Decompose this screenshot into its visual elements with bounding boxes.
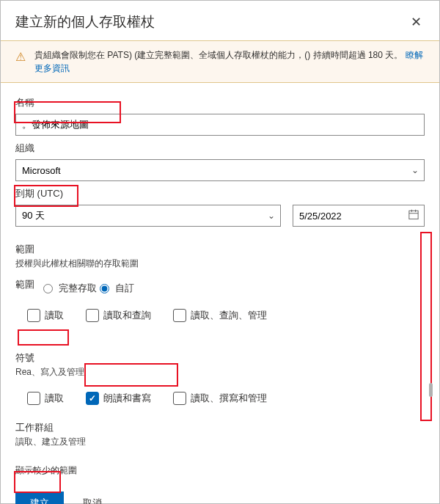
- warning-text: 貴組織會限制您在 PATS) (建立完整範圍、全域個人存取權杖的能力，() 持續…: [34, 48, 425, 75]
- symbols-group-title: 符號: [15, 351, 425, 365]
- checkbox-symbols-rwm[interactable]: [173, 392, 186, 405]
- checkbox-read-query[interactable]: [86, 309, 99, 322]
- dialog-title: 建立新的個人存取權杖: [15, 12, 155, 32]
- dialog-header: 建立新的個人存取權杖 ✕: [1, 1, 439, 40]
- create-pat-dialog: 建立新的個人存取權杖 ✕ ⚠ 貴組織會限制您在 PATS) (建立完整範圍、全域…: [0, 0, 440, 504]
- symbols-row: 讀取 朗讀和書寫 讀取、撰寫和管理: [27, 392, 425, 405]
- close-button[interactable]: ✕: [408, 11, 425, 33]
- warning-icon: ⚠: [15, 50, 26, 64]
- expiry-duration-select[interactable]: [15, 205, 281, 227]
- scope-radio-group: 範圍 完整存取 自訂: [15, 274, 425, 296]
- checkbox-read-query-label: 讀取和查詢: [103, 309, 151, 322]
- form-body: 名稱 組織 ⌄ 到期 (UTC) ⌄ 範圍 授權與此權杖相關聯的存取範圍 範圍: [1, 83, 439, 504]
- radio-custom-label: 自訂: [115, 282, 134, 295]
- checkbox-symbols-read-write[interactable]: [86, 392, 99, 405]
- close-icon: ✕: [411, 15, 422, 29]
- checkbox-read[interactable]: [27, 309, 40, 322]
- org-select-wrap: ⌄: [15, 159, 425, 181]
- checkbox-symbols-read-label: 讀取: [45, 392, 64, 405]
- scopes-label: 範圍: [15, 243, 425, 256]
- create-button[interactable]: 建立: [15, 492, 64, 505]
- name-input[interactable]: [15, 114, 425, 136]
- expiry-label: 到期 (UTC): [15, 187, 425, 200]
- org-select[interactable]: [15, 159, 425, 181]
- radio-full-access[interactable]: [43, 284, 53, 293]
- scrollbar-thumb[interactable]: [429, 383, 433, 397]
- checkbox-symbols-rwm-label: 讀取、撰寫和管理: [191, 392, 267, 405]
- cancel-button[interactable]: 取消: [74, 492, 111, 505]
- expiry-date-input[interactable]: [293, 205, 425, 227]
- scopes-sub: 授權與此權杖相關聯的存取範圍: [15, 258, 425, 270]
- checkbox-symbols-read[interactable]: [27, 392, 40, 405]
- scope-row-1: 讀取 讀取和查詢 讀取、查詢、管理: [27, 309, 425, 322]
- symbols-group-sub: Rea、寫入及管理: [15, 366, 425, 379]
- dialog-footer: 建立 取消: [15, 492, 425, 505]
- expiry-date-wrap: [293, 205, 425, 227]
- scope-inline-label: 範圍: [15, 278, 43, 291]
- radio-custom[interactable]: [100, 284, 109, 293]
- checkbox-read-query-manage-label: 讀取、查詢、管理: [191, 309, 267, 322]
- checkbox-read-label: 讀取: [45, 309, 64, 322]
- checkbox-read-query-manage[interactable]: [173, 309, 186, 322]
- org-label: 組織: [15, 142, 425, 155]
- workgroup-sub: 讀取、建立及管理: [15, 436, 425, 448]
- warning-banner: ⚠ 貴組織會限制您在 PATS) (建立完整範圍、全域個人存取權杖的能力，() …: [1, 40, 439, 83]
- show-fewer-scopes[interactable]: 顯示較少的範圍: [15, 464, 425, 477]
- name-label: 名稱: [15, 96, 425, 109]
- checkbox-symbols-read-write-label: 朗讀和書寫: [103, 392, 151, 405]
- warning-message: 貴組織會限制您在 PATS) (建立完整範圍、全域個人存取權杖的能力，() 持續…: [34, 50, 403, 60]
- expiry-select-wrap: ⌄: [15, 205, 281, 227]
- workgroup-title: 工作群組: [15, 421, 425, 434]
- radio-full-label: 完整存取: [59, 282, 97, 295]
